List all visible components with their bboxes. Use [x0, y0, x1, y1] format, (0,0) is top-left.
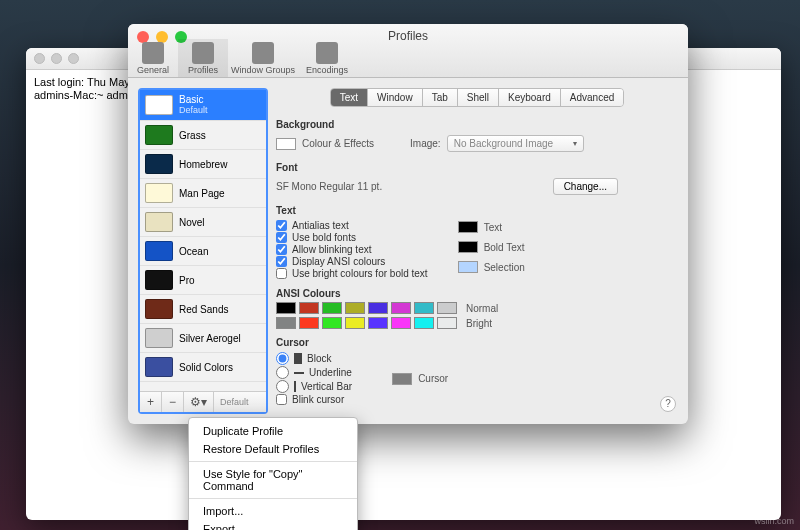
menu-import[interactable]: Import...	[189, 502, 357, 520]
traffic-light[interactable]	[34, 53, 45, 64]
profile-detail: TextWindowTabShellKeyboardAdvanced Backg…	[276, 88, 678, 414]
add-profile-button[interactable]: +	[140, 392, 162, 412]
profile-row[interactable]: Novel	[140, 208, 266, 237]
general-icon	[142, 42, 164, 64]
tab-keyboard[interactable]: Keyboard	[499, 89, 561, 106]
tab-advanced[interactable]: Advanced	[561, 89, 623, 106]
ansi-color-well[interactable]	[345, 317, 365, 329]
section-text: Text	[276, 205, 678, 216]
tab-text[interactable]: Text	[331, 89, 368, 106]
remove-profile-button[interactable]: −	[162, 392, 184, 412]
profile-thumbnail	[145, 328, 173, 348]
tab-shell[interactable]: Shell	[458, 89, 499, 106]
toolbar-encodings[interactable]: Encodings	[298, 39, 356, 77]
change-font-button[interactable]: Change...	[553, 178, 618, 195]
profile-name: Ocean	[179, 246, 208, 257]
watermark: wsiin.com	[754, 516, 794, 526]
blink-cursor-checkbox[interactable]: Blink cursor	[276, 394, 352, 405]
toolbar: Profiles General Profiles Window Groups …	[128, 24, 688, 78]
tab-window[interactable]: Window	[368, 89, 423, 106]
menu-restore-defaults[interactable]: Restore Default Profiles	[189, 440, 357, 458]
ansi-color-well[interactable]	[299, 317, 319, 329]
ansi-color-well[interactable]	[345, 302, 365, 314]
cursor-underline-radio[interactable]: Underline	[276, 366, 352, 379]
ansi-row-label: Bright	[466, 318, 492, 329]
background-image-popup[interactable]: No Background Image	[447, 135, 585, 152]
help-button[interactable]: ?	[660, 396, 676, 412]
ansi-normal-row: Normal	[276, 302, 678, 314]
detail-tabs: TextWindowTabShellKeyboardAdvanced	[330, 88, 625, 107]
traffic-light[interactable]	[68, 53, 79, 64]
toolbar-general[interactable]: General	[128, 39, 178, 77]
bright-colours-checkbox[interactable]: Use bright colours for bold text	[276, 268, 428, 279]
menu-export[interactable]: Export...	[189, 520, 357, 530]
profile-name: Silver Aerogel	[179, 333, 241, 344]
section-background: Background	[276, 119, 678, 130]
profile-thumbnail	[145, 154, 173, 174]
antialias-checkbox[interactable]: Antialias text	[276, 220, 428, 231]
ansi-color-well[interactable]	[368, 317, 388, 329]
ansi-color-well[interactable]	[276, 317, 296, 329]
profile-row[interactable]: Red Sands	[140, 295, 266, 324]
profile-row[interactable]: Ocean	[140, 237, 266, 266]
cursor-color-well[interactable]	[392, 373, 412, 385]
window-groups-icon	[252, 42, 274, 64]
menu-use-style[interactable]: Use Style for "Copy" Command	[189, 465, 357, 495]
menu-separator	[189, 498, 357, 499]
section-cursor: Cursor	[276, 337, 678, 348]
toolbar-window-groups[interactable]: Window Groups	[228, 39, 298, 77]
profile-name: Novel	[179, 217, 205, 228]
profile-list-container: BasicDefaultGrassHomebrewMan PageNovelOc…	[138, 88, 268, 414]
profiles-icon	[192, 42, 214, 64]
profile-thumbnail	[145, 212, 173, 232]
ansi-color-well[interactable]	[276, 302, 296, 314]
profile-row[interactable]: Pro	[140, 266, 266, 295]
ansi-bright-row: Bright	[276, 317, 678, 329]
ansi-color-well[interactable]	[322, 317, 342, 329]
bold-color-well[interactable]	[458, 241, 478, 253]
ansi-color-well[interactable]	[437, 302, 457, 314]
blinking-text-checkbox[interactable]: Allow blinking text	[276, 244, 428, 255]
text-color-well[interactable]	[458, 221, 478, 233]
profile-thumbnail	[145, 357, 173, 377]
section-ansi: ANSI Colours	[276, 288, 678, 299]
ansi-color-well[interactable]	[414, 317, 434, 329]
encodings-icon	[316, 42, 338, 64]
profile-row[interactable]: BasicDefault	[140, 90, 266, 121]
ansi-color-well[interactable]	[437, 317, 457, 329]
font-description: SF Mono Regular 11 pt.	[276, 181, 382, 192]
profile-row[interactable]: Solid Colors	[140, 353, 266, 382]
profile-row[interactable]: Silver Aerogel	[140, 324, 266, 353]
default-button[interactable]: Default	[214, 397, 266, 407]
profile-row[interactable]: Homebrew	[140, 150, 266, 179]
ansi-color-well[interactable]	[299, 302, 319, 314]
bold-fonts-checkbox[interactable]: Use bold fonts	[276, 232, 428, 243]
profile-list[interactable]: BasicDefaultGrassHomebrewMan PageNovelOc…	[140, 90, 266, 392]
ansi-color-well[interactable]	[322, 302, 342, 314]
ansi-color-well[interactable]	[391, 317, 411, 329]
profile-name: Solid Colors	[179, 362, 233, 373]
menu-duplicate[interactable]: Duplicate Profile	[189, 422, 357, 440]
ansi-colours-checkbox[interactable]: Display ANSI colours	[276, 256, 428, 267]
cursor-vertical-radio[interactable]: Vertical Bar	[276, 380, 352, 393]
profile-row[interactable]: Man Page	[140, 179, 266, 208]
profile-name: Grass	[179, 130, 206, 141]
colour-effects-label: Colour & Effects	[302, 138, 374, 149]
profile-row[interactable]: Grass	[140, 121, 266, 150]
profile-thumbnail	[145, 95, 173, 115]
profile-name: BasicDefault	[179, 94, 208, 116]
selection-color-well[interactable]	[458, 261, 478, 273]
toolbar-profiles[interactable]: Profiles	[178, 39, 228, 77]
tab-tab[interactable]: Tab	[423, 89, 458, 106]
ansi-color-well[interactable]	[368, 302, 388, 314]
ansi-color-well[interactable]	[391, 302, 411, 314]
traffic-light[interactable]	[51, 53, 62, 64]
profile-thumbnail	[145, 299, 173, 319]
ansi-color-well[interactable]	[414, 302, 434, 314]
menu-separator	[189, 461, 357, 462]
profile-actions-menu[interactable]: ⚙︎▾	[184, 392, 214, 412]
background-color-well[interactable]	[276, 138, 296, 150]
cursor-block-radio[interactable]: Block	[276, 352, 352, 365]
profile-name: Man Page	[179, 188, 225, 199]
image-label: Image:	[410, 138, 441, 149]
